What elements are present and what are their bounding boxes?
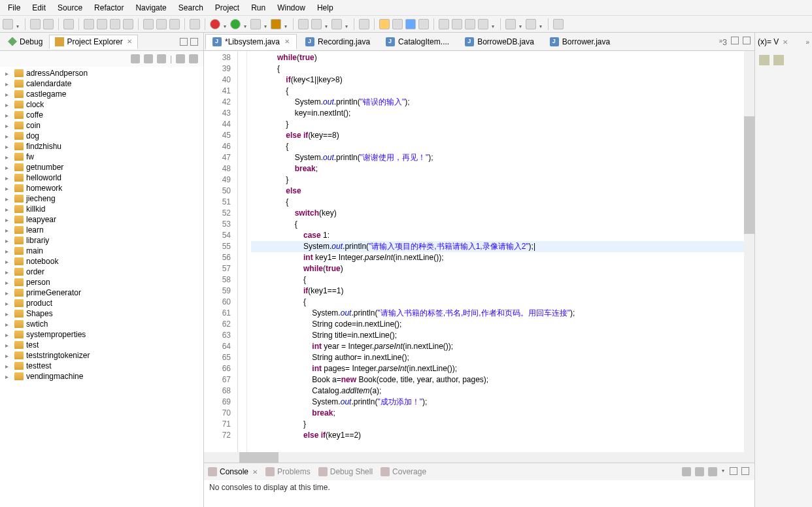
code-line[interactable]: if(key<1||key>8) xyxy=(251,74,754,86)
code-line[interactable]: else if(key1==2) xyxy=(251,430,754,441)
tree-item[interactable]: ▸teststringtokenizer xyxy=(0,350,203,361)
chevron-right-icon[interactable]: ▸ xyxy=(5,185,12,192)
open-console-icon[interactable] xyxy=(708,467,717,476)
toggle-mark-icon[interactable] xyxy=(379,19,390,29)
chevron-right-icon[interactable]: ▸ xyxy=(5,195,12,203)
tree-item[interactable]: ▸clock xyxy=(0,99,203,110)
disconnect-icon[interactable] xyxy=(123,19,133,29)
chevron-right-icon[interactable]: ▸ xyxy=(5,289,12,297)
chevron-right-icon[interactable]: ▸ xyxy=(5,342,12,349)
nav-fwd-icon[interactable] xyxy=(526,19,536,29)
display-console-icon[interactable] xyxy=(695,467,704,476)
tree-item[interactable]: ▸dog xyxy=(0,131,203,141)
code-line[interactable]: else if(key==8) xyxy=(251,130,754,141)
code-line[interactable]: String title=in.nextLine(); xyxy=(251,330,754,341)
step-return-icon[interactable] xyxy=(169,19,180,29)
chevron-right-icon[interactable]: ▸ xyxy=(5,70,12,77)
tab-project-explorer[interactable]: Project Explorer ✕ xyxy=(49,35,137,49)
project-tree[interactable]: ▸adressAndperson▸calendardate▸castlegame… xyxy=(0,67,203,507)
save-all-icon[interactable] xyxy=(43,19,54,29)
minimize-icon[interactable] xyxy=(730,467,737,475)
code-line[interactable]: case 1: xyxy=(251,230,754,241)
code-line[interactable]: key=in.nextInt(); xyxy=(251,108,754,119)
tree-item[interactable]: ▸Shapes xyxy=(0,308,203,319)
chevron-right-icon[interactable]: ▸ xyxy=(5,279,12,286)
tree-item[interactable]: ▸test xyxy=(0,340,203,350)
scroll-thumb[interactable] xyxy=(239,452,279,463)
menu-help[interactable]: Help xyxy=(312,2,339,14)
horizontal-scrollbar[interactable] xyxy=(204,452,754,463)
code-line[interactable]: { xyxy=(251,274,754,286)
code-line[interactable]: } xyxy=(251,174,754,186)
close-icon[interactable]: ✕ xyxy=(783,39,788,46)
tree-item[interactable]: ▸jiecheng xyxy=(0,193,203,204)
code-line[interactable]: break; xyxy=(251,163,754,174)
scroll-thumb[interactable] xyxy=(744,116,754,234)
tree-item[interactable]: ▸systemproperties xyxy=(0,329,203,340)
view-menu-icon[interactable] xyxy=(189,54,198,63)
code-line[interactable]: if(key1==1) xyxy=(251,286,754,297)
link-editor-icon[interactable] xyxy=(144,54,153,63)
toggle-block-icon[interactable] xyxy=(392,19,403,29)
focus-task-icon[interactable] xyxy=(176,54,185,63)
tree-item[interactable]: ▸coffe xyxy=(0,110,203,120)
menu-project[interactable]: Project xyxy=(210,2,245,14)
external-tools-icon[interactable] xyxy=(271,19,281,29)
tree-item[interactable]: ▸vendingmachine xyxy=(0,371,203,382)
tree-item[interactable]: ▸adressAndperson xyxy=(0,68,203,78)
code-line[interactable]: } xyxy=(251,119,754,130)
chevron-right-icon[interactable]: ▸ xyxy=(5,91,12,98)
chevron-right-icon[interactable]: ▸ xyxy=(5,143,12,150)
back-icon[interactable] xyxy=(478,19,488,29)
chevron-right-icon[interactable]: ▸ xyxy=(5,227,12,234)
tree-item[interactable]: ▸calendardate xyxy=(0,78,203,89)
open-type-icon[interactable] xyxy=(331,19,342,29)
tab-problems[interactable]: Problems xyxy=(265,467,311,476)
drop-frame-icon[interactable] xyxy=(190,19,200,29)
code-line[interactable]: Book a=new Book(code, title, year, autho… xyxy=(251,374,754,385)
chevron-right-icon[interactable]: ▸ xyxy=(5,269,12,276)
skip-breakpoints-icon[interactable] xyxy=(63,19,74,29)
tree-item[interactable]: ▸swtich xyxy=(0,319,203,329)
code-line[interactable]: String code=in.nextLine(); xyxy=(251,319,754,330)
tree-item[interactable]: ▸notebook xyxy=(0,256,203,267)
chevron-right-icon[interactable]: ▸ xyxy=(5,237,12,244)
last-edit-icon[interactable] xyxy=(465,19,475,29)
editor-tab[interactable]: BorroweDB.java xyxy=(458,34,541,50)
tree-item[interactable]: ▸castlegame xyxy=(0,89,203,99)
code-line[interactable]: { xyxy=(251,63,754,74)
annotation-next-icon[interactable] xyxy=(452,19,462,29)
chevron-right-icon[interactable]: ▸ xyxy=(5,321,12,328)
show-whitespace-icon[interactable] xyxy=(405,19,416,29)
close-icon[interactable]: ✕ xyxy=(284,38,290,45)
chevron-right-icon[interactable]: ▸ xyxy=(5,101,12,108)
code-line[interactable]: break; xyxy=(251,408,754,419)
tab-debug-shell[interactable]: Debug Shell xyxy=(318,467,373,476)
chevron-right-icon[interactable]: ▸ xyxy=(5,174,12,182)
tree-item[interactable]: ▸fw xyxy=(0,152,203,162)
code-line[interactable]: { xyxy=(251,86,754,97)
fold-bar[interactable] xyxy=(238,51,247,452)
filter-icon[interactable] xyxy=(157,54,166,63)
tree-item[interactable]: ▸main xyxy=(0,246,203,256)
code-line[interactable]: while(true) xyxy=(251,52,754,63)
save-icon[interactable] xyxy=(30,19,41,29)
chevron-right-icon[interactable]: ▸ xyxy=(5,300,12,307)
tab-coverage[interactable]: Coverage xyxy=(381,467,426,476)
suspend-icon[interactable] xyxy=(97,19,107,29)
debug-icon[interactable] xyxy=(210,19,220,29)
menu-file[interactable]: File xyxy=(3,2,25,14)
code-line[interactable]: } xyxy=(251,419,754,430)
menu-run[interactable]: Run xyxy=(246,2,271,14)
chevron-right-icon[interactable]: ▸ xyxy=(5,352,12,359)
code-line[interactable]: { xyxy=(251,197,754,208)
maximize-icon[interactable] xyxy=(743,37,751,44)
code-line[interactable]: { xyxy=(251,141,754,152)
resume-icon[interactable] xyxy=(84,19,94,29)
chevron-right-icon[interactable]: ▸ xyxy=(5,112,12,119)
code-line[interactable]: System.out.println("错误的输入"); xyxy=(251,97,754,108)
collapse-all-icon[interactable] xyxy=(131,54,140,63)
new-package-icon[interactable] xyxy=(298,19,309,29)
chevron-right-icon[interactable]: ▸ xyxy=(5,164,12,171)
menu-navigate[interactable]: Navigate xyxy=(130,2,171,14)
